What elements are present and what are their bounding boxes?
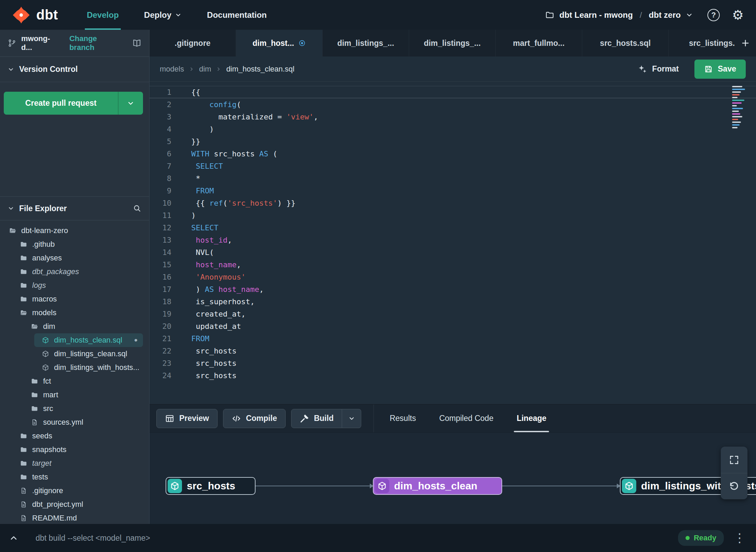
editor-tab[interactable]: .gitignore	[149, 30, 236, 56]
panel-tab-results[interactable]: Results	[378, 405, 428, 432]
undo-icon	[729, 481, 740, 492]
chevron-up-icon[interactable]	[9, 533, 18, 543]
lineage-node-dim_hosts_clean[interactable]: dim_hosts_clean	[373, 477, 502, 495]
file-tree-item[interactable]: dim_listings_clean.sql	[0, 347, 149, 361]
nav-item-deploy[interactable]: Deploy	[144, 0, 182, 30]
code-text: WITH src_hosts AS (	[191, 150, 277, 158]
file-tree-item[interactable]: dim_hosts_clean.sql•	[34, 333, 143, 347]
reset-view-button[interactable]	[721, 473, 747, 499]
preview-button[interactable]: Preview	[156, 409, 218, 428]
code-text: src_hosts	[191, 347, 236, 355]
code-line: 19 created_at,	[149, 308, 756, 320]
sidebar: mwong-d... Change branch Version Control…	[0, 30, 149, 524]
file-tree-item[interactable]: dim	[0, 320, 149, 333]
status-dot	[686, 536, 690, 540]
editor-tab[interactable]: dim_host...	[236, 30, 323, 56]
button-label: Preview	[179, 414, 209, 423]
version-control-title: Version Control	[19, 65, 78, 74]
line-number: 8	[149, 174, 171, 183]
change-branch-link[interactable]: Change branch	[69, 34, 122, 52]
hammer-icon	[300, 414, 309, 423]
folder-icon	[20, 295, 27, 303]
file-name: .gitignore	[32, 486, 63, 495]
file-tree-item[interactable]: tests	[0, 470, 149, 484]
editor-tab[interactable]: src_hosts.sql	[582, 30, 669, 56]
code-text: materialized = 'view',	[191, 113, 318, 121]
compile-button[interactable]: Compile	[223, 409, 286, 428]
version-control-header[interactable]: Version Control	[0, 57, 149, 82]
project-name[interactable]: dbt Learn - mwong	[559, 10, 633, 20]
editor-minimap[interactable]	[732, 86, 748, 130]
cube-icon	[377, 481, 387, 491]
lineage-node-src_hosts[interactable]: src_hosts	[166, 477, 256, 495]
file-tree-item[interactable]: sources.yml	[0, 415, 149, 429]
file-tree-item[interactable]: seeds	[0, 429, 149, 443]
fullscreen-button[interactable]	[721, 447, 747, 473]
folder-open-icon	[20, 309, 27, 317]
environment-name[interactable]: dbt zero	[649, 10, 681, 20]
file-tree-item[interactable]: dbt_project.yml	[0, 498, 149, 511]
main-area: mwong-d... Change branch Version Control…	[0, 30, 756, 524]
tab-label: src_listings.	[689, 39, 735, 48]
gear-icon[interactable]: ⚙	[732, 9, 744, 22]
file-tree-item[interactable]: fct	[0, 374, 149, 388]
help-icon[interactable]: ?	[707, 9, 720, 21]
file-tree-item[interactable]: dim_listings_with_hosts...	[0, 361, 149, 374]
file-tree-item[interactable]: README.md	[0, 511, 149, 524]
breadcrumb-item[interactable]: models	[160, 65, 184, 74]
file-tree-item[interactable]: snapshots	[0, 443, 149, 457]
file-tree-item[interactable]: macros	[0, 292, 149, 306]
file-tree-item[interactable]: mart	[0, 388, 149, 402]
editor-tab[interactable]: mart_fullmo...	[496, 30, 582, 56]
lineage-edge	[256, 486, 373, 486]
build-button[interactable]: Build	[291, 409, 342, 428]
line-number: 9	[149, 187, 171, 195]
editor-tab[interactable]: dim_listings_...	[409, 30, 496, 56]
panel-tab-lineage[interactable]: Lineage	[505, 405, 558, 432]
chevron-down-icon[interactable]	[686, 11, 693, 19]
file-explorer-title: File Explorer	[19, 204, 67, 213]
file-tree-item[interactable]: .gitignore	[0, 484, 149, 498]
chevron-down-icon[interactable]	[118, 100, 143, 107]
line-number: 16	[149, 273, 171, 281]
file-tree-item[interactable]: src	[0, 402, 149, 415]
save-button[interactable]: Save	[694, 60, 746, 79]
new-tab-button[interactable]	[735, 30, 756, 56]
folder-open-icon	[9, 227, 16, 234]
file-tree-item[interactable]: dbt_packages	[0, 265, 149, 279]
code-text: host_name,	[191, 260, 241, 269]
file-tree-item[interactable]: analyses	[0, 251, 149, 265]
line-number: 12	[149, 223, 171, 232]
dbt-logo[interactable]: dbt	[0, 5, 58, 25]
file-name: dim	[43, 322, 55, 331]
search-icon[interactable]	[133, 204, 142, 213]
command-input[interactable]: dbt build --select <model_name>	[36, 534, 150, 543]
create-pull-request-button[interactable]: Create pull request	[4, 92, 143, 115]
file-tree-item[interactable]: dbt-learn-zero	[0, 224, 149, 238]
build-options-button[interactable]	[342, 409, 361, 428]
code-text: }}	[191, 137, 200, 146]
file-tree-item[interactable]: .github	[0, 238, 149, 251]
folder-icon	[31, 405, 38, 412]
format-button[interactable]: Format	[638, 64, 679, 74]
lineage-panel: src_hostsdim_hosts_cleandim_listings_wit…	[149, 432, 756, 524]
breadcrumb-item[interactable]: dim_hosts_clean.sql	[226, 65, 294, 74]
file-name: models	[32, 308, 56, 317]
overflow-menu-icon[interactable]: ⋮	[733, 532, 746, 544]
nav-item-documentation[interactable]: Documentation	[207, 0, 267, 30]
code-text: FROM	[191, 334, 209, 343]
file-tree-item[interactable]: target	[0, 457, 149, 470]
editor-tab[interactable]: dim_listings_...	[323, 30, 409, 56]
nav-item-label: Documentation	[207, 10, 267, 20]
file-tree-item[interactable]: models	[0, 306, 149, 320]
panel-tab-compiled-code[interactable]: Compiled Code	[428, 405, 505, 432]
dot-circle-icon	[298, 39, 306, 47]
breadcrumb-item[interactable]: dim	[199, 65, 211, 74]
code-editor[interactable]: 1{{2 config(3 materialized = 'view',4 )5…	[149, 82, 756, 404]
line-number: 24	[149, 371, 171, 380]
file-tree-item[interactable]: logs	[0, 279, 149, 292]
folder-icon	[20, 282, 27, 289]
docs-book-icon[interactable]	[132, 38, 142, 48]
file-explorer-header[interactable]: File Explorer	[0, 196, 149, 220]
nav-item-develop[interactable]: Develop	[87, 0, 119, 30]
